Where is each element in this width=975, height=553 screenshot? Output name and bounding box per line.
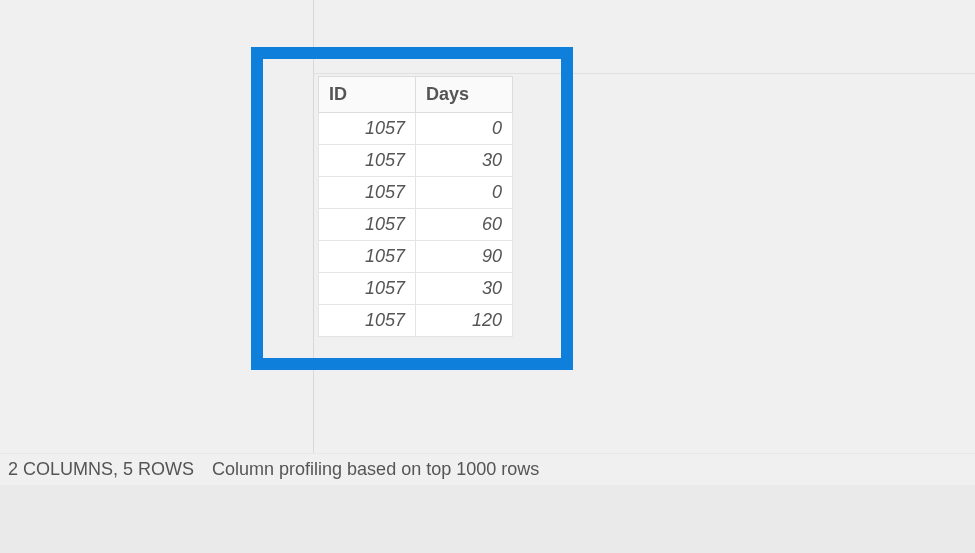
status-columns-rows: 2 COLUMNS, 5 ROWS bbox=[8, 459, 194, 480]
status-profiling: Column profiling based on top 1000 rows bbox=[212, 459, 539, 480]
highlight-overlay bbox=[251, 47, 573, 370]
status-bar: 2 COLUMNS, 5 ROWS Column profiling based… bbox=[0, 453, 975, 485]
bottom-panel bbox=[0, 485, 975, 553]
